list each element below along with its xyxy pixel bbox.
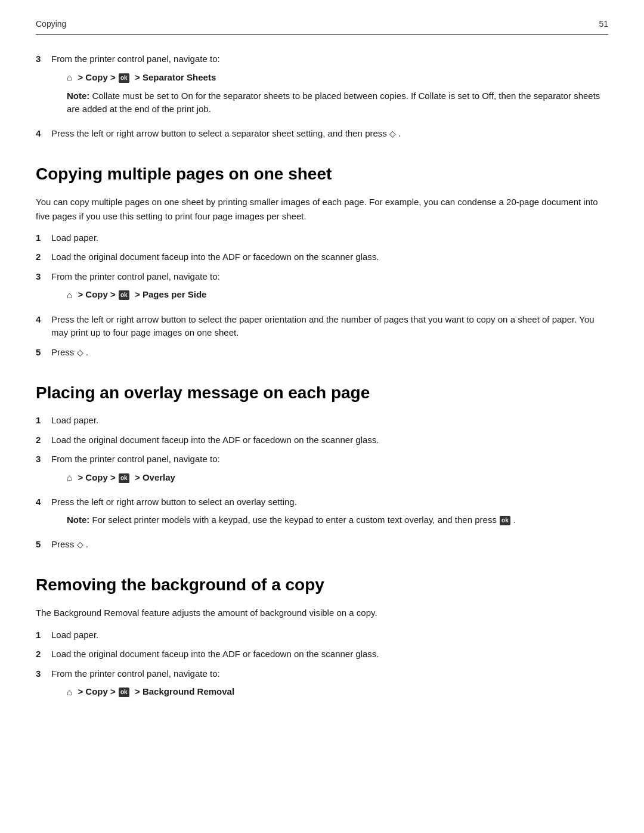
note-overlay: Note: For select printer models with a k… (67, 513, 608, 527)
header-bar: Copying 51 (36, 18, 608, 35)
section-heading-copying-multiple: Copying multiple pages on one sheet (36, 162, 608, 187)
section-intro-copying-multiple: You can copy multiple pages on one sheet… (36, 195, 608, 223)
step-number: 3 (36, 667, 47, 681)
step-text: From the printer control panel, navigate… (51, 271, 220, 281)
step-content: Load paper. (51, 231, 608, 245)
section-heading-removing-background: Removing the background of a copy (36, 572, 608, 597)
section-overlay: Placing an overlay message on each page … (36, 380, 608, 551)
step-ov-5: 5 Press ◇ . (36, 538, 608, 552)
step-number: 3 (36, 453, 47, 466)
home-icon: ⌂ (67, 289, 72, 302)
step-text: Press the left or right arrow button to … (51, 128, 389, 138)
step-number: 2 (36, 250, 47, 264)
step-text: Press (51, 347, 77, 357)
step-ov-2: 2 Load the original document faceup into… (36, 433, 608, 447)
nav-path-separator: ⌂ > Copy > ok > Separator Sheets (67, 71, 608, 85)
step-content: Load the original document faceup into t… (51, 648, 608, 661)
home-icon: ⌂ (67, 471, 72, 485)
ok-badge-note: ok (500, 516, 510, 525)
step-content: Press ◇ . (51, 538, 608, 552)
step-content: Press ◇ . (51, 346, 608, 360)
step-number: 3 (36, 270, 47, 284)
note-text-end: . (513, 515, 516, 525)
step-number: 3 (36, 52, 47, 66)
ok-badge: ok (119, 473, 129, 483)
step-cm-3: 3 From the printer control panel, naviga… (36, 270, 608, 307)
step-cm-2: 2 Load the original document faceup into… (36, 250, 608, 264)
step-number: 5 (36, 346, 47, 360)
nav-item: > Pages per Side (132, 289, 207, 299)
step-content: Press the left or right arrow button to … (51, 313, 608, 340)
diamond-icon: ◇ (77, 538, 83, 551)
step-text: From the printer control panel, navigate… (51, 668, 220, 679)
step-content: Press the left or right arrow button to … (51, 496, 608, 532)
step-text: Press the left or right arrow button to … (51, 314, 595, 338)
step-separator-3: 3 From the printer control panel, naviga… (36, 52, 608, 121)
diamond-icon: ◇ (389, 128, 396, 140)
step-content: From the printer control panel, navigate… (51, 52, 608, 121)
header-page-number: 51 (599, 18, 608, 30)
note-label: Note: (67, 91, 89, 101)
step-number: 4 (36, 496, 47, 509)
step-content: From the printer control panel, navigate… (51, 270, 608, 307)
step-ov-3: 3 From the printer control panel, naviga… (36, 453, 608, 490)
home-icon: ⌂ (67, 71, 72, 85)
steps-overlay: 1 Load paper. 2 Load the original docume… (36, 414, 608, 551)
step-number: 5 (36, 538, 47, 552)
step-text-end: . (398, 128, 401, 138)
note-separator: Note: Collate must be set to On for the … (67, 89, 608, 116)
step-content: From the printer control panel, navigate… (51, 453, 608, 490)
step-text: From the printer control panel, navigate… (51, 54, 220, 64)
step-text: Load the original document faceup into t… (51, 252, 379, 262)
step-content: Press the left or right arrow button to … (51, 127, 608, 141)
step-text-end: . (86, 347, 88, 357)
step-content: From the printer control panel, navigate… (51, 667, 608, 704)
section-removing-background: Removing the background of a copy The Ba… (36, 572, 608, 704)
step-cm-5: 5 Press ◇ . (36, 346, 608, 360)
step-ov-1: 1 Load paper. (36, 414, 608, 428)
nav-copy: > Copy > (75, 289, 116, 299)
nav-item: > Background Removal (132, 686, 234, 696)
step-rb-1: 1 Load paper. (36, 628, 608, 642)
step-text: Load paper. (51, 415, 98, 425)
step-rb-2: 2 Load the original document faceup into… (36, 648, 608, 661)
step-text: Press the left or right arrow button to … (51, 497, 297, 507)
step-content: Load paper. (51, 628, 608, 642)
step-number: 4 (36, 127, 47, 141)
step-content: Load the original document faceup into t… (51, 433, 608, 447)
steps-removing-background: 1 Load paper. 2 Load the original docume… (36, 628, 608, 704)
nav-path-cm: ⌂ > Copy > ok > Pages per Side (67, 288, 608, 302)
note-text: For select printer models with a keypad,… (92, 515, 500, 525)
section-heading-overlay: Placing an overlay message on each page (36, 380, 608, 405)
step-text: From the printer control panel, navigate… (51, 454, 220, 464)
section-intro-removing-background: The Background Removal feature adjusts t… (36, 606, 608, 620)
nav-copy: > Copy > (75, 472, 116, 482)
separator-steps: 3 From the printer control panel, naviga… (36, 52, 608, 140)
step-ov-4: 4 Press the left or right arrow button t… (36, 496, 608, 532)
step-content: Load paper. (51, 414, 608, 428)
step-number: 1 (36, 231, 47, 245)
step-number: 4 (36, 313, 47, 327)
ok-badge: ok (119, 688, 129, 697)
nav-item: > Separator Sheets (132, 72, 216, 82)
step-number: 1 (36, 414, 47, 428)
step-text-end: . (86, 539, 88, 549)
step-number: 2 (36, 433, 47, 447)
ok-badge: ok (119, 73, 129, 83)
step-number: 2 (36, 648, 47, 661)
note-text: Collate must be set to On for the separa… (67, 91, 600, 114)
nav-path-overlay: ⌂ > Copy > ok > Overlay (67, 471, 608, 485)
step-text: Load the original document faceup into t… (51, 649, 379, 659)
step-number: 1 (36, 628, 47, 642)
steps-copying-multiple: 1 Load paper. 2 Load the original docume… (36, 231, 608, 359)
nav-path-rb: ⌂ > Copy > ok > Background Removal (67, 685, 608, 699)
page-container: Copying 51 3 From the printer control pa… (0, 0, 644, 833)
step-text: Load paper. (51, 630, 98, 640)
step-text: Load the original document faceup into t… (51, 435, 379, 445)
step-text: Press (51, 539, 77, 549)
header-section: Copying (36, 18, 66, 30)
nav-item: > Overlay (132, 472, 175, 482)
note-label: Note: (67, 515, 89, 525)
nav-copy: > Copy > (75, 686, 116, 696)
step-separator-4: 4 Press the left or right arrow button t… (36, 127, 608, 141)
